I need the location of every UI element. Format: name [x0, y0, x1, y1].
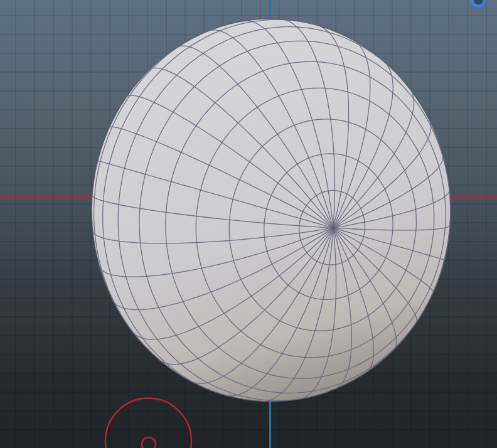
viewport-canvas — [0, 0, 497, 448]
3d-viewport[interactable] — [0, 0, 497, 448]
navigation-gizmo-axis-ball[interactable] — [472, 0, 484, 6]
uv-sphere-object[interactable] — [92, 19, 451, 402]
